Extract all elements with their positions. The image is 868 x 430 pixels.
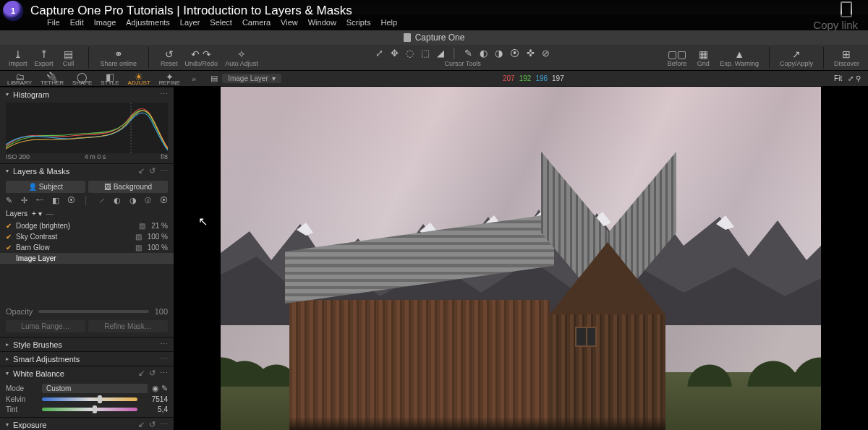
- smart-adjustments-header[interactable]: ▸Smart Adjustments⋯: [0, 351, 174, 366]
- cursor-tool[interactable]: ⊘: [540, 48, 552, 59]
- layers-label: Layers: [6, 210, 27, 218]
- white-balance-header[interactable]: ▾White Balance↙↺⋯: [0, 366, 174, 380]
- mask-icon: ▧: [135, 233, 142, 241]
- refine-mask-button[interactable]: Refine Mask…: [88, 320, 168, 332]
- mask-tool[interactable]: ◑: [129, 196, 137, 205]
- cull-button[interactable]: ▤Cull: [58, 48, 80, 67]
- tint-value[interactable]: 5,4: [142, 405, 168, 413]
- cursor-tool[interactable]: ◢: [435, 48, 446, 59]
- mask-tool[interactable]: ⦿: [67, 196, 75, 205]
- mask-tool[interactable]: ◐: [114, 196, 121, 205]
- section-menu-icon[interactable]: ⋯: [160, 420, 168, 429]
- mask-icon: ▧: [139, 222, 145, 230]
- tab-refine[interactable]: ✦REFINE: [155, 72, 184, 86]
- wb-mode-dropdown[interactable]: Custom: [42, 384, 148, 393]
- import-button[interactable]: ⤓Import: [6, 48, 30, 67]
- picker-icon[interactable]: ↙: [138, 369, 145, 378]
- section-menu-icon[interactable]: ⋯: [160, 90, 168, 99]
- tab-shape[interactable]: ◯SHAPE: [68, 72, 96, 86]
- adjustments-panel: ▾ Histogram ⋯ ISO 200 4 m 0 s f/8 ▾ Laye…: [0, 87, 174, 430]
- tint-label: Tint: [6, 405, 38, 413]
- background-button[interactable]: 🖼 Background: [88, 181, 168, 193]
- grid-button[interactable]: ▦Grid: [692, 48, 714, 67]
- opacity-label: Opacity: [6, 307, 33, 316]
- section-menu-icon[interactable]: ⋯: [160, 340, 168, 349]
- discover-icon: ⊞: [842, 48, 851, 60]
- histogram-header[interactable]: ▾ Histogram ⋯: [0, 87, 174, 101]
- layer-row[interactable]: ✔Barn Glow▧100 %: [0, 242, 174, 253]
- section-menu-icon[interactable]: ⋯: [160, 369, 168, 378]
- reset-icon[interactable]: ↺: [149, 420, 156, 429]
- cursor-tool[interactable]: ✥: [388, 48, 401, 59]
- viewer-layer-dropdown[interactable]: Image Layer ▾: [222, 74, 281, 83]
- cursor-tool[interactable]: ⦿: [508, 48, 522, 59]
- exposure-header[interactable]: ▾Exposure↙↺⋯: [0, 417, 174, 430]
- check-icon[interactable]: ✔: [6, 233, 12, 241]
- layers-masks-header[interactable]: ▾ Layers & Masks ↙↺⋯: [0, 163, 174, 178]
- tab-style[interactable]: ◧STYLE: [96, 72, 123, 86]
- secondary-toolbar: 🗂LIBRARY 🔌TETHER ◯SHAPE ◧STYLE ☀ADJUST ✦…: [0, 71, 868, 87]
- tab-library[interactable]: 🗂LIBRARY: [3, 72, 36, 86]
- cursor-tool[interactable]: ◑: [493, 48, 505, 59]
- reset-icon[interactable]: ↺: [149, 166, 156, 176]
- mask-tool[interactable]: ⦿: [160, 196, 168, 205]
- picker-icon[interactable]: ↙: [138, 166, 145, 176]
- opacity-slider[interactable]: [38, 310, 148, 313]
- fit-icons[interactable]: ⤢ ⚲: [848, 74, 861, 82]
- add-layer-button[interactable]: + ▾: [32, 210, 42, 218]
- image-viewer[interactable]: [174, 87, 868, 430]
- export-button[interactable]: ⤒Export: [32, 48, 56, 67]
- fit-label[interactable]: Fit: [834, 74, 842, 82]
- chevron-down-icon: ▾: [6, 91, 9, 98]
- check-icon[interactable]: ✔: [6, 222, 12, 230]
- reset-button[interactable]: ↺Reset: [158, 48, 181, 67]
- layer-row[interactable]: ✔Image Layer: [0, 253, 174, 264]
- chevron-right-icon: ▸: [6, 341, 9, 348]
- style-brushes-header[interactable]: ▸Style Brushes⋯: [0, 337, 174, 351]
- cursor-tool[interactable]: ⤢: [373, 48, 386, 59]
- section-menu-icon[interactable]: ⋯: [160, 354, 168, 364]
- cursor-tool[interactable]: ◌: [404, 48, 416, 59]
- mask-tool[interactable]: ✎: [6, 196, 12, 205]
- expwarning-button[interactable]: ▲Exp. Warning: [717, 48, 762, 67]
- reset-icon[interactable]: ↺: [149, 369, 156, 378]
- share-button[interactable]: ⚭Share online: [98, 48, 140, 67]
- channel-avatar[interactable]: 1: [3, 1, 23, 21]
- window-titlebar: Capture One: [0, 30, 868, 45]
- layers-icon: ▤: [210, 74, 218, 83]
- tint-slider[interactable]: [42, 408, 137, 411]
- main-toolbar: ⤓Import ⤒Export ▤Cull ⚭Share online ↺Res…: [0, 45, 868, 71]
- kelvin-value[interactable]: 7514: [142, 395, 168, 403]
- overflow-chevron-icon[interactable]: »: [192, 74, 196, 83]
- mask-tool[interactable]: ⦾: [145, 196, 151, 205]
- chevron-right-icon: ▸: [6, 356, 9, 362]
- before-icon: ▢▢: [668, 48, 686, 60]
- copyapply-button[interactable]: ↗Copy/Apply: [777, 48, 816, 67]
- cursor-tool[interactable]: ◐: [477, 48, 490, 59]
- layer-row[interactable]: ✔Sky Contrast▧100 %: [0, 231, 174, 242]
- kelvin-slider[interactable]: [42, 397, 137, 401]
- check-icon[interactable]: ✔: [6, 244, 12, 251]
- luma-range-button[interactable]: Luma Range…: [6, 320, 85, 332]
- mask-tool[interactable]: ✢: [21, 196, 27, 205]
- undoredo-button[interactable]: ↶ ↷Undo/Redo: [182, 48, 221, 67]
- subject-button[interactable]: 👤 Subject: [6, 181, 85, 193]
- section-menu-icon[interactable]: ⋯: [160, 166, 168, 176]
- discover-button[interactable]: ⊞Discover: [831, 48, 862, 67]
- mask-tool[interactable]: ◧: [52, 196, 59, 205]
- reset-icon: ↺: [165, 48, 174, 60]
- layer-row[interactable]: ✔Dodge (brighten)▧21 %: [0, 220, 174, 231]
- picker-icon[interactable]: ↙: [138, 420, 145, 429]
- mask-tool[interactable]: ⬳: [35, 196, 43, 205]
- tab-adjust[interactable]: ☀ADJUST: [124, 72, 155, 86]
- remove-layer-button[interactable]: —: [46, 210, 54, 218]
- autoadjust-button[interactable]: ✧Auto Adjust: [222, 48, 261, 67]
- histogram-time: 4 m 0 s: [85, 153, 106, 160]
- eyedropper-icon[interactable]: ◉ ✎: [152, 384, 168, 393]
- cursor-tool[interactable]: ✎: [462, 48, 475, 59]
- cursor-tool[interactable]: ✜: [524, 48, 537, 59]
- before-button[interactable]: ▢▢Before: [665, 48, 690, 67]
- tab-tether[interactable]: 🔌TETHER: [36, 72, 68, 86]
- mask-tool[interactable]: ⟋: [98, 196, 106, 205]
- cursor-tool[interactable]: ⬚: [419, 48, 432, 59]
